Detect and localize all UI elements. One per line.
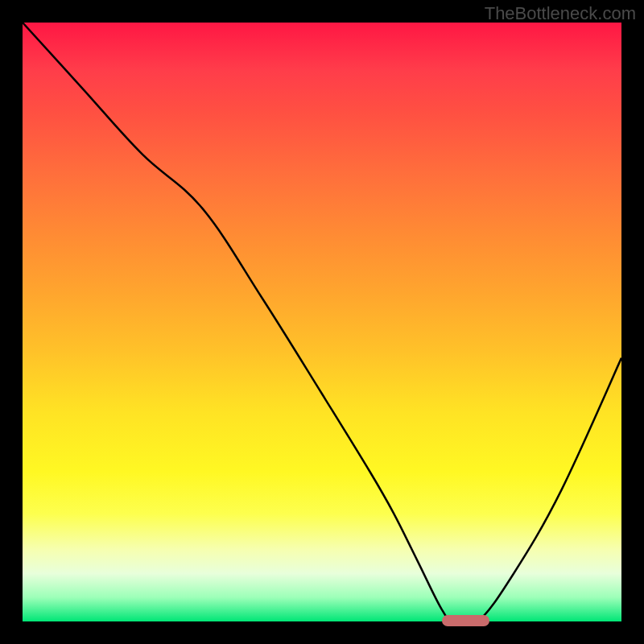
watermark-text: TheBottleneck.com bbox=[485, 3, 636, 24]
bottleneck-curve bbox=[23, 23, 621, 621]
optimal-marker bbox=[442, 615, 490, 626]
chart-plot-area bbox=[23, 23, 621, 621]
